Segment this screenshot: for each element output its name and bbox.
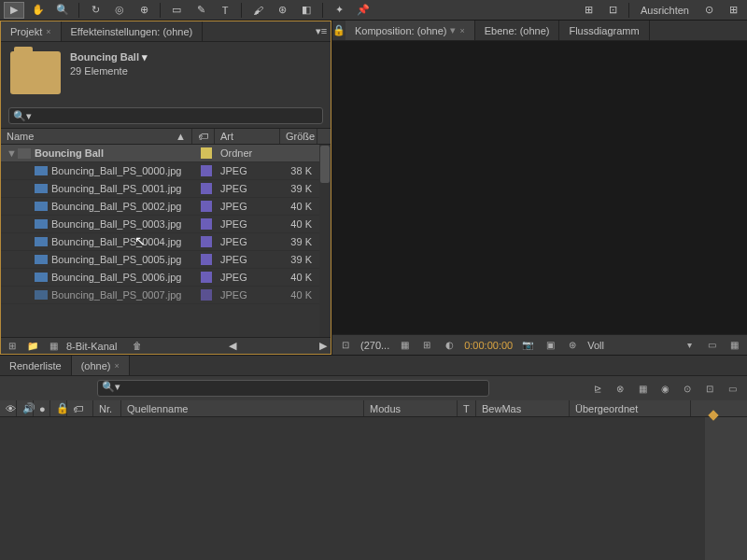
tag-icon [201,272,212,283]
new-folder-icon[interactable]: 📁 [25,340,40,353]
tag-icon [201,254,212,265]
col-nr[interactable]: Nr. [93,400,121,416]
interpret-icon[interactable]: ⊞ [5,340,20,353]
element-count: 29 Elemente [70,65,148,77]
solo-icon[interactable]: ● [34,400,50,416]
selection-tool[interactable]: ▶ [4,2,24,19]
close-icon[interactable]: × [459,26,464,35]
eraser-tool[interactable]: ◧ [296,2,317,19]
close-icon[interactable]: × [114,361,119,371]
tag-icon [201,201,212,212]
frame-blend-icon[interactable]: ▦ [635,382,650,395]
list-item[interactable]: Bouncing_Ball_PS_0003.jpgJPEG40 K [1,216,331,233]
list-item[interactable]: Bouncing_Ball_PS_0006.jpgJPEG40 K [1,269,331,287]
col-bewmas[interactable]: BewMas [476,400,570,416]
col-parent[interactable]: Übergeordnet [570,400,691,416]
col-t[interactable]: T [458,400,476,416]
zoom-dropdown[interactable]: (270... [360,340,389,351]
axis-tool[interactable]: ⊞ [578,2,599,19]
brush-tool[interactable]: 🖌 [247,2,268,19]
col-size[interactable]: Größe [280,129,317,144]
channel-icon[interactable]: ▣ [543,339,557,352]
list-header: Name▲ 🏷 Art Größe [1,128,331,145]
list-item[interactable]: Bouncing_Ball_PS_0004.jpgJPEG39 K [1,233,331,251]
mask-icon[interactable]: ◐ [442,339,457,352]
folder-row[interactable]: ▼Bouncing Ball Ordner [1,145,331,162]
roto-tool[interactable]: ✦ [329,2,349,19]
image-icon [35,273,48,282]
clone-tool[interactable]: ⊛ [272,2,292,19]
transparency-icon[interactable]: ▦ [726,339,741,352]
col-sourcename[interactable]: Quellenname [121,400,364,416]
timeline-layers[interactable] [0,417,705,560]
speaker-icon[interactable]: 🔊 [17,400,34,416]
view-icon[interactable]: ▾ [682,339,697,352]
tab-composition[interactable]: Komposition: (ohne) ▾× [345,21,475,40]
region-icon[interactable]: ▭ [704,339,719,352]
bitdepth-label[interactable]: 8-Bit-Kanal [66,341,117,352]
camera-tool[interactable]: ◎ [109,2,130,19]
new-comp-icon[interactable]: ▦ [46,340,61,353]
rotate-tool[interactable]: ↻ [85,2,106,19]
col-tag[interactable]: 🏷 [192,129,215,144]
col-art[interactable]: Art [215,129,280,144]
pen-tool[interactable]: ✎ [190,2,211,19]
panel-menu-icon[interactable]: ▾≡ [312,21,331,41]
graph-icon[interactable]: ⊵ [590,382,605,395]
search-btn[interactable]: ⊙ [698,2,719,19]
snap-tool[interactable]: ⊡ [602,2,623,19]
text-tool[interactable]: T [215,2,235,19]
effects-icon[interactable]: ⊡ [702,382,717,395]
magnify-icon[interactable]: ⊡ [338,339,353,352]
scroll-right-icon[interactable]: ▶ [319,340,327,352]
project-title: Bouncing Ball ▾ [70,51,148,63]
project-list: ▼Bouncing Ball Ordner Bouncing_Ball_PS_0… [1,145,331,337]
search-input[interactable]: 🔍▾ [8,107,323,124]
grid-icon[interactable]: ⊞ [419,339,434,352]
tab-layer[interactable]: Ebene: (ohne) [475,21,560,40]
image-icon [35,290,48,300]
close-icon[interactable]: × [46,27,50,36]
tab-renderqueue[interactable]: Renderliste [0,356,72,375]
shy-icon[interactable]: ⊗ [613,382,627,395]
col-mode[interactable]: Modus [364,400,458,416]
motion-blur-icon[interactable]: ◉ [657,382,672,395]
tab-project[interactable]: Projekt× [1,21,62,41]
brain-icon[interactable]: ⊙ [680,382,695,395]
lock-icon[interactable]: 🔒 [332,21,345,40]
list-item[interactable]: Bouncing_Ball_PS_0005.jpgJPEG39 K [1,251,331,269]
folder-icon [18,148,31,159]
lock-icon[interactable]: 🔒 [50,400,67,416]
hand-tool[interactable]: ✋ [28,2,49,19]
col-name[interactable]: Name▲ [1,129,192,144]
zoom-tool[interactable]: 🔍 [52,2,73,19]
eye-icon[interactable]: 👁 [0,400,17,416]
rect-tool[interactable]: ▭ [166,2,187,19]
quality-dropdown[interactable]: Voll [587,340,604,351]
list-item[interactable]: Bouncing_Ball_PS_0000.jpgJPEG38 K [1,162,331,180]
tab-timeline-none[interactable]: (ohne)× [72,356,130,375]
timeline-panel: Renderliste (ohne)× 🔍▾ ⊵ ⊗ ▦ ◉ ⊙ ⊡ ▭ 👁 🔊… [0,355,747,560]
tab-effects[interactable]: Effekteinstellungen: (ohne) [62,21,204,41]
tag-icon [201,147,212,159]
list-item[interactable]: Bouncing_Ball_PS_0007.jpgJPEG40 K [1,287,331,304]
trash-icon[interactable]: 🗑 [130,340,145,353]
anchor-tool[interactable]: ⊕ [134,2,154,19]
puppet-tool[interactable]: 📌 [353,2,374,19]
timeline-search[interactable]: 🔍▾ [97,380,489,397]
composition-viewer[interactable] [332,41,747,334]
tag-icon[interactable]: 🏷 [67,400,93,416]
tab-flowchart[interactable]: Flussdiagramm [559,21,649,40]
scrollbar[interactable] [319,145,331,337]
layer-icon[interactable]: ▭ [725,382,740,395]
timeline-ruler[interactable] [705,417,747,560]
list-item[interactable]: Bouncing_Ball_PS_0001.jpgJPEG39 K [1,180,331,198]
grid-btn[interactable]: ⊞ [723,2,743,19]
timecode[interactable]: 0:00:00:00 [464,340,513,351]
snapshot-icon[interactable]: 📷 [520,339,535,352]
disclosure-icon[interactable]: ▼ [7,147,14,159]
list-item[interactable]: Bouncing_Ball_PS_0002.jpgJPEG40 K [1,198,331,216]
3d-icon[interactable]: ⊛ [565,339,580,352]
scroll-left-icon[interactable]: ◀ [229,340,236,352]
res-icon[interactable]: ▦ [397,339,412,352]
